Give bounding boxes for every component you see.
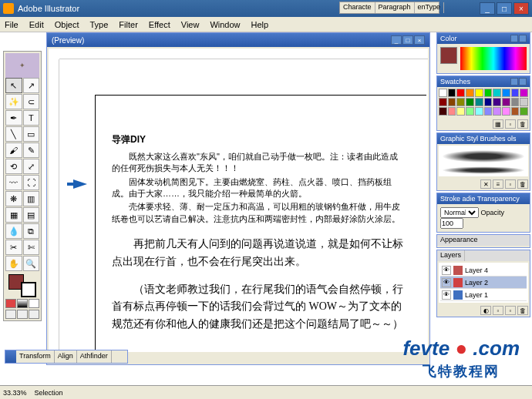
pencil-tool[interactable]: ✎ xyxy=(23,142,40,158)
show-swatch-icon[interactable]: ▦ xyxy=(493,119,503,129)
swatch-item[interactable] xyxy=(493,107,501,116)
layers-list[interactable]: 👁Layer 4👁Layer 2👁Layer 1 xyxy=(439,263,528,303)
make-clip-icon[interactable]: ◐ xyxy=(480,306,491,315)
warp-tool[interactable]: 〰 xyxy=(5,175,22,190)
swatch-item[interactable] xyxy=(511,89,520,97)
gradient-mode[interactable] xyxy=(17,299,28,308)
panel-close[interactable] xyxy=(519,78,527,86)
minimize-button[interactable]: _ xyxy=(480,2,495,15)
rotate-tool[interactable]: ⟲ xyxy=(5,159,22,174)
direct-selection-tool[interactable]: ↗ xyxy=(23,78,40,93)
blend-mode-select[interactable]: Normal xyxy=(440,207,479,218)
line-tool[interactable]: ╲ xyxy=(5,126,22,142)
swatch-item[interactable] xyxy=(511,98,520,106)
pathfinder-tab[interactable]: Athfinder xyxy=(77,350,112,363)
lasso-tool[interactable]: ⊂ xyxy=(23,94,40,109)
menu-view[interactable]: View xyxy=(181,20,200,29)
mesh-tool[interactable]: ▦ xyxy=(5,207,22,223)
text-content[interactable]: 导弹DIY 既然大家这么喜欢"东风"，咱们就自己动手做一枚吧。注：读者由此造成的… xyxy=(112,133,405,334)
menu-file[interactable]: File xyxy=(5,20,19,29)
doc-close[interactable]: × xyxy=(414,35,425,45)
doc-min[interactable]: _ xyxy=(391,35,402,45)
visibility-icon[interactable]: 👁 xyxy=(442,266,451,275)
layer-row[interactable]: 👁Layer 2 xyxy=(440,277,527,289)
menu-effect[interactable]: Effect xyxy=(149,20,170,29)
swatch-item[interactable] xyxy=(448,89,456,97)
trans-tab[interactable]: Transparency xyxy=(477,195,520,203)
stroke-color[interactable] xyxy=(21,282,36,297)
menu-type[interactable]: Type xyxy=(90,20,109,29)
swatch-item[interactable] xyxy=(475,89,483,97)
swatch-item[interactable] xyxy=(456,107,465,116)
menu-object[interactable]: Object xyxy=(55,20,79,29)
tab-opentype[interactable]: enType xyxy=(415,2,445,13)
swatch-item[interactable] xyxy=(520,98,528,106)
align-tab[interactable]: Align xyxy=(55,350,77,363)
swatch-item[interactable] xyxy=(439,89,447,97)
paintbrush-tool[interactable]: 🖌 xyxy=(5,142,22,158)
delete-brush-icon[interactable]: 🗑 xyxy=(517,179,528,189)
symbols-tab[interactable]: ols xyxy=(507,135,517,142)
new-layer-icon[interactable]: ▫ xyxy=(505,306,516,315)
swatch-item[interactable] xyxy=(511,107,520,116)
type-panel-tabs[interactable]: Characte Paragraph enType xyxy=(339,2,439,14)
eyedropper-tool[interactable]: 💧 xyxy=(5,223,22,239)
hand-tool[interactable]: ✋ xyxy=(5,256,22,271)
close-button[interactable]: × xyxy=(513,2,529,15)
brush-item[interactable] xyxy=(442,150,525,163)
zoom-tool[interactable]: 🔍 xyxy=(23,256,40,271)
magic-wand-tool[interactable]: ✨ xyxy=(5,94,22,109)
swatch-item[interactable] xyxy=(484,98,493,106)
color-spectrum[interactable] xyxy=(460,47,527,70)
ruler-horizontal[interactable] xyxy=(59,49,428,59)
swatch-item[interactable] xyxy=(493,98,501,106)
free-transform-tool[interactable]: ⛶ xyxy=(23,175,40,190)
menu-help[interactable]: Help xyxy=(251,20,269,29)
slice-tool[interactable]: ✂ xyxy=(5,240,22,255)
grad-tab[interactable]: adie xyxy=(463,195,476,203)
delete-swatch-icon[interactable]: 🗑 xyxy=(517,119,528,129)
swatch-item[interactable] xyxy=(466,89,474,97)
screen-full-menu[interactable] xyxy=(17,310,28,319)
scale-tool[interactable]: ⤢ xyxy=(23,159,40,174)
new-brush-icon[interactable]: ▫ xyxy=(505,179,516,189)
swatch-item[interactable] xyxy=(475,98,483,106)
swatch-item[interactable] xyxy=(439,107,447,116)
appearance-title[interactable]: Appearance xyxy=(437,235,530,246)
swatch-item[interactable] xyxy=(502,107,510,116)
brush-list[interactable] xyxy=(439,146,528,176)
color-mode[interactable] xyxy=(5,299,16,308)
swatch-item[interactable] xyxy=(448,107,456,116)
remove-brush-icon[interactable]: ✕ xyxy=(480,179,491,189)
gradient-tool[interactable]: ▤ xyxy=(23,207,40,223)
visibility-icon[interactable]: 👁 xyxy=(442,278,451,287)
swatch-item[interactable] xyxy=(466,98,474,106)
layers-tab[interactable]: Layers xyxy=(437,250,465,261)
rectangle-tool[interactable]: ▭ xyxy=(23,126,40,142)
swatch-item[interactable] xyxy=(439,98,447,106)
document-titlebar[interactable]: (Preview) _ □ × xyxy=(47,33,429,47)
transform-tab[interactable]: Transform xyxy=(16,350,55,363)
type-tool[interactable]: T xyxy=(23,110,40,126)
brush-item[interactable] xyxy=(442,166,525,174)
swatch-item[interactable] xyxy=(448,98,456,106)
swatch-item[interactable] xyxy=(493,89,501,97)
swatches-grid[interactable] xyxy=(437,87,530,118)
swatch-item[interactable] xyxy=(466,107,474,116)
menu-filter[interactable]: Filter xyxy=(119,20,137,29)
brush-options-icon[interactable]: ≡ xyxy=(493,179,503,189)
blend-tool[interactable]: ⧉ xyxy=(23,223,40,239)
swatch-item[interactable] xyxy=(475,107,483,116)
color-preview[interactable] xyxy=(440,47,457,64)
swatch-item[interactable] xyxy=(456,98,465,106)
visibility-icon[interactable]: 👁 xyxy=(442,290,451,300)
screen-full[interactable] xyxy=(29,310,39,319)
status-zoom[interactable]: 33.33% xyxy=(3,389,27,397)
swatch-item[interactable] xyxy=(520,89,528,97)
swatch-item[interactable] xyxy=(502,98,510,106)
menu-window[interactable]: Window xyxy=(210,20,240,29)
layer-row[interactable]: 👁Layer 4 xyxy=(440,264,527,277)
swatch-item[interactable] xyxy=(484,89,493,97)
screen-normal[interactable] xyxy=(5,310,16,319)
swatch-item[interactable] xyxy=(502,89,510,97)
